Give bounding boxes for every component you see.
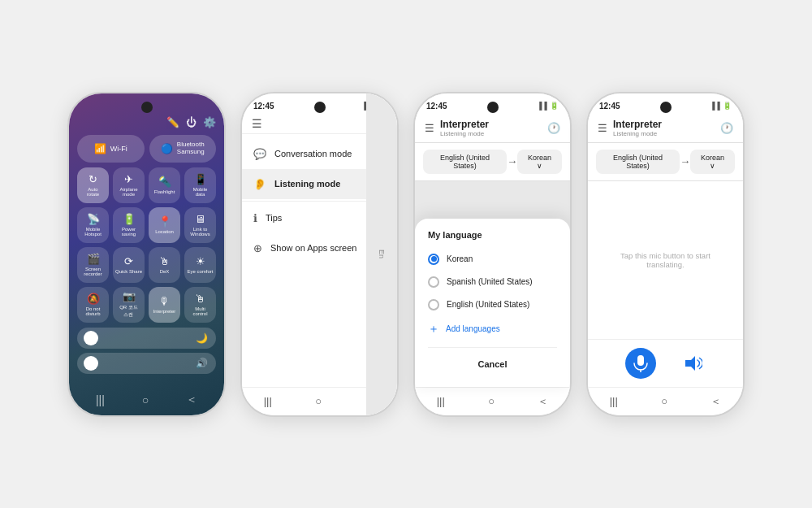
listen-lang-from[interactable]: English (United States) — [596, 150, 680, 174]
menu-item-show-apps-label: Show on Apps screen — [270, 243, 356, 253]
nav-back-icon[interactable]: ＜ — [186, 393, 197, 407]
tile-dnd[interactable]: 🔕Do notdisturb — [77, 287, 109, 323]
tile-hotspot[interactable]: 📡MobileHotspot — [77, 207, 109, 243]
lang-add-button[interactable]: ＋ Add languages — [428, 316, 557, 342]
edit-icon[interactable]: ✏️ — [166, 116, 179, 128]
tile-dex[interactable]: 🖱DeX — [149, 247, 180, 283]
phone-1: ✏️ ⏻ ⚙️ 📶 Wi-Fi 🔵 BluetoothSamsung ↻Auto… — [67, 92, 226, 417]
listen-header: ☰ Interpreter Listening mode 🕐 — [588, 114, 743, 143]
mic-button[interactable] — [625, 348, 656, 379]
tile-qr[interactable]: 📷QR 코드스캔 — [113, 287, 145, 323]
listen-lang-row: English (United States) → Korean ∨ — [588, 143, 743, 181]
listen-lang-to[interactable]: Korean ∨ — [690, 150, 735, 174]
lang-option-spanish[interactable]: Spanish (United States) — [428, 271, 557, 293]
interp-3-lang-from[interactable]: English (United States) — [423, 150, 507, 174]
tile-interpreter[interactable]: 🎙Interpreter — [149, 287, 180, 323]
ctrl-grid: ↻Autorotate ✈Airplanemode 🔦Flashlight 📱M… — [77, 167, 216, 323]
bluetooth-pill[interactable]: 🔵 BluetoothSamsung — [149, 135, 217, 163]
radio-dot — [431, 256, 437, 262]
lang-option-korean[interactable]: Korean — [428, 248, 557, 271]
tile-link-windows[interactable]: 🖥Link toWindows — [184, 207, 216, 243]
nav-menu-icon[interactable]: ||| — [437, 395, 445, 407]
tile-flashlight[interactable]: 🔦Flashlight — [149, 167, 180, 203]
phone-3-notch — [487, 102, 499, 113]
power-icon[interactable]: ⏻ — [186, 116, 197, 128]
tile-airplane[interactable]: ✈Airplanemode — [113, 167, 145, 203]
phone-3-nav: ||| ○ ＜ — [415, 387, 570, 415]
listen-controls — [588, 339, 743, 387]
phone-3-screen: 12:45 ▌▌🔋 ☰ Interpreter Listening mode 🕐… — [415, 93, 570, 415]
menu-hamburger-icon[interactable]: ☰ — [252, 117, 262, 130]
svg-rect-0 — [637, 355, 644, 366]
nav-menu-icon[interactable]: ||| — [610, 395, 618, 407]
interp-3-menu-icon[interactable]: ☰ — [425, 122, 434, 134]
listen-history-icon[interactable]: 🕐 — [720, 122, 733, 134]
phone-1-nav: ||| ○ ＜ — [77, 389, 216, 407]
slider-thumb — [84, 331, 98, 345]
listen-content: Tap this mic button to start translating… — [588, 181, 743, 339]
wifi-pill[interactable]: 📶 Wi-Fi — [77, 135, 145, 163]
radio-korean — [428, 254, 439, 265]
phone-4: 12:45 ▌▌🔋 ☰ Interpreter Listening mode 🕐… — [586, 92, 745, 417]
phone-3: 12:45 ▌▌🔋 ☰ Interpreter Listening mode 🕐… — [413, 92, 572, 417]
listen-title-block: Interpreter Listening mode — [613, 119, 662, 137]
interp-3-subtitle: Listening mode — [440, 130, 489, 137]
interp-3-status-icons: ▌▌🔋 — [539, 102, 559, 110]
tile-quick-share[interactable]: ⟳Quick Share — [113, 247, 145, 283]
ctrl-topbar: ✏️ ⏻ ⚙️ — [77, 116, 216, 128]
menu-time: 12:45 — [253, 102, 274, 111]
interp-3-content: My language Korean Spanish (United State… — [415, 181, 570, 387]
svg-marker-2 — [685, 356, 695, 371]
tile-mobile-data[interactable]: 📱Mobiledata — [184, 167, 216, 203]
nav-back-icon[interactable]: ＜ — [538, 394, 548, 409]
apps-screen-icon: ⊕ — [253, 242, 262, 254]
settings-icon[interactable]: ⚙️ — [203, 116, 216, 128]
interp-3-lang-row: English (United States) → Korean ∨ — [415, 143, 570, 181]
lang-option-english[interactable]: English (United States) — [428, 293, 557, 316]
radio-english — [428, 299, 439, 310]
interp-3-time: 12:45 — [426, 102, 447, 111]
speaker-icon: 🔊 — [196, 358, 208, 369]
listen-menu-icon[interactable]: ☰ — [598, 122, 607, 134]
moon-icon: 🌙 — [196, 332, 208, 344]
brightness-slider[interactable]: 🌙 — [77, 328, 216, 349]
tile-multi-ctrl[interactable]: 🖱Multicontrol — [184, 287, 216, 323]
menu-item-tips-label: Tips — [266, 213, 282, 223]
menu-item-conversation-label: Conversation mode — [274, 149, 352, 158]
tile-auto-rotate[interactable]: ↻Autorotate — [77, 167, 109, 203]
lang-option-english-label: English (United States) — [447, 300, 529, 309]
listen-subtitle: Listening mode — [613, 130, 662, 137]
radio-spanish — [428, 276, 439, 288]
tile-eye-comfort[interactable]: ☀Eye comfort — [184, 247, 216, 283]
lang-add-label: Add languages — [446, 324, 500, 333]
tile-location[interactable]: 📍Location — [149, 207, 180, 243]
lang-dialog-title: My language — [428, 230, 557, 240]
speaker-button[interactable] — [681, 351, 706, 376]
lang-divider — [428, 347, 557, 348]
lang-cancel-button[interactable]: Cancel — [428, 353, 557, 376]
listen-arrow: → — [680, 155, 690, 167]
phone-4-notch — [660, 102, 672, 113]
nav-home-icon[interactable]: ○ — [488, 395, 495, 407]
interp-3-title-block: Interpreter Listening mode — [440, 119, 489, 137]
tile-power-save[interactable]: 🔋Powersaving — [113, 207, 145, 243]
nav-home-icon[interactable]: ○ — [142, 393, 149, 406]
listen-placeholder-text: Tap this mic button to start translating… — [604, 251, 727, 269]
listen-time: 12:45 — [599, 102, 620, 111]
tile-screen-rec[interactable]: 🎬Screenrecorder — [77, 247, 109, 283]
nav-menu-icon[interactable]: ||| — [264, 395, 272, 407]
nav-home-icon[interactable]: ○ — [661, 395, 667, 407]
phone-2-notch — [314, 102, 326, 113]
ctrl-quick-row: 📶 Wi-Fi 🔵 BluetoothSamsung — [77, 135, 216, 163]
interp-3-lang-to[interactable]: Korean ∨ — [517, 150, 562, 174]
menu-item-listening-label: Listening mode — [274, 179, 340, 189]
interp-3-history-icon[interactable]: 🕐 — [547, 122, 560, 134]
volume-slider[interactable]: 🔊 — [77, 353, 216, 374]
interp-3-arrow: → — [507, 155, 517, 167]
vol-slider-thumb — [84, 356, 98, 371]
listen-title: Interpreter — [613, 119, 662, 130]
phone-1-notch — [141, 102, 153, 113]
nav-back-icon[interactable]: ＜ — [710, 394, 721, 409]
nav-home-icon[interactable]: ○ — [315, 395, 322, 407]
nav-menu-icon[interactable]: ||| — [96, 393, 105, 406]
